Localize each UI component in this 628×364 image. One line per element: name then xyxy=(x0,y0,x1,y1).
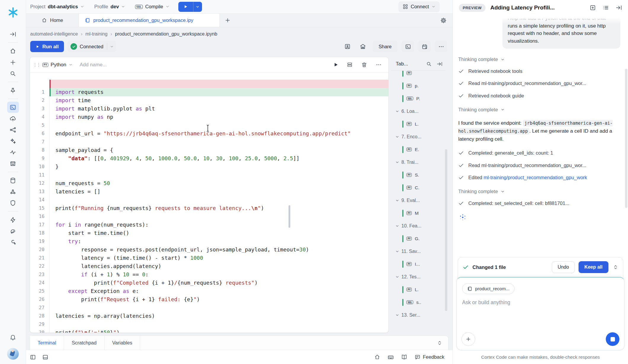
run-cell-icon[interactable] xyxy=(333,62,338,67)
cell-more-icon[interactable] xyxy=(376,62,382,68)
outline-cell[interactable]: SQLP. xyxy=(391,92,447,105)
drag-handle[interactable]: ⋮⋮ xyxy=(33,62,39,68)
outline-cell[interactable]: PYM xyxy=(391,207,447,219)
context-file-chip[interactable]: product_recom... xyxy=(462,283,515,294)
tab-terminal[interactable]: Terminal xyxy=(30,336,64,350)
outline-cell[interactable]: PYL. xyxy=(391,118,447,130)
attach-button[interactable] xyxy=(462,332,475,346)
new-tab-button[interactable] xyxy=(220,14,235,27)
share-button[interactable]: Share xyxy=(373,41,398,52)
search-icon[interactable] xyxy=(426,61,432,67)
data-icon[interactable] xyxy=(7,175,19,186)
outline-section[interactable]: 10. Fea... xyxy=(391,219,447,232)
outline-section[interactable]: 9. Eval... xyxy=(391,194,447,207)
cell-language-selector[interactable]: PY Python xyxy=(42,62,73,68)
terminal-panel-icon[interactable] xyxy=(402,41,414,52)
code-line[interactable]: 15print(f"Running {num_requests} request… xyxy=(30,204,388,212)
keep-all-button[interactable]: Keep all xyxy=(579,261,608,273)
edited-file-link[interactable]: ml-training/product_recommendation_gpu_w… xyxy=(483,175,587,180)
code-line[interactable]: 7 xyxy=(30,138,388,146)
outline-cell[interactable]: PY xyxy=(391,71,447,79)
code-line[interactable]: 9 "data": [[0, 401929, 4, 50, 1000.0, 50… xyxy=(30,154,388,163)
outline-section[interactable]: 7. Enco... xyxy=(391,130,447,143)
code-line[interactable]: 29 xyxy=(30,320,388,328)
marketplace-icon[interactable] xyxy=(7,158,19,169)
run-options-chevron[interactable] xyxy=(193,2,202,12)
code-line[interactable]: 6endpoint_url = "https://jrb4q6aq-sfseno… xyxy=(30,129,388,138)
toggle-bottom-panel-icon[interactable] xyxy=(42,354,49,360)
breadcrumb-file[interactable]: product_recommendation_gpu_workspace.ipy… xyxy=(115,31,217,37)
code-line[interactable]: 12num_requests = 50 xyxy=(30,179,388,187)
search-icon[interactable] xyxy=(7,68,19,79)
cell-name-input[interactable]: Add name... xyxy=(80,62,107,68)
code-line[interactable]: 19 try: xyxy=(30,237,388,246)
code-line[interactable]: 26 print(f"Request {i + 1} failed: {e}") xyxy=(30,295,388,304)
thinking-complete-toggle[interactable]: Thinking complete xyxy=(458,107,621,113)
code-line[interactable]: 10} xyxy=(30,163,388,171)
code-line[interactable]: 2import time xyxy=(30,96,388,105)
keyboard-shortcuts-icon[interactable] xyxy=(387,354,394,360)
warehouse-icon[interactable] xyxy=(357,41,369,52)
user-avatar[interactable] xyxy=(7,348,19,360)
outline-cell[interactable]: PYL. xyxy=(391,283,447,296)
chat-history-list-icon[interactable] xyxy=(603,4,609,11)
code-line[interactable]: 20 response = requests.post(endpoint_url… xyxy=(30,246,388,254)
code-line[interactable]: 18 start = time.time() xyxy=(30,229,388,237)
code-line[interactable]: 13latencies = [] xyxy=(30,187,388,196)
code-line[interactable]: 1import requests xyxy=(30,88,388,96)
code-line[interactable]: 17for i in range(num_requests): xyxy=(30,221,388,229)
pin-icon[interactable] xyxy=(7,85,19,96)
home-status-icon[interactable] xyxy=(374,354,380,360)
stop-generation-button[interactable] xyxy=(606,332,619,346)
thinking-complete-toggle[interactable]: Thinking complete xyxy=(458,57,621,62)
undo-button[interactable]: Undo xyxy=(552,261,574,273)
breadcrumb-folder[interactable]: automated-intelligence xyxy=(30,31,78,37)
code-line[interactable]: 30print(f"\n{'='*50}") xyxy=(30,328,388,333)
expand-panel-icon[interactable] xyxy=(437,336,448,350)
run-play-icon[interactable] xyxy=(178,2,193,12)
outline-section[interactable]: 8. Trai... xyxy=(391,156,447,169)
outline-cell[interactable]: PYC. xyxy=(391,181,447,194)
more-options-icon[interactable] xyxy=(435,41,447,52)
tab-variables[interactable]: Variables xyxy=(105,336,140,350)
code-line[interactable]: 27 xyxy=(30,304,388,312)
deploy-cloud-icon[interactable] xyxy=(7,113,19,124)
code-line[interactable]: 22 latencies.append(latency) xyxy=(30,262,388,270)
thinking-complete-toggle[interactable]: Thinking complete xyxy=(458,189,621,194)
composer-input[interactable]: Ask or build anything xyxy=(462,299,619,306)
connect-button[interactable]: Connect xyxy=(398,1,440,12)
outline-cell[interactable]: PYI... xyxy=(391,258,447,270)
code-line[interactable]: 4import numpy as np xyxy=(30,113,388,121)
editor-scrollbar[interactable] xyxy=(289,205,290,228)
code-line[interactable]: 11 xyxy=(30,171,388,179)
chat-scrollbar[interactable] xyxy=(625,69,627,208)
outline-cell[interactable]: PYG. xyxy=(391,232,447,245)
connected-status[interactable]: Connected xyxy=(68,41,116,52)
run-all-button[interactable]: Run all xyxy=(30,41,64,52)
connection-options-chevron[interactable] xyxy=(107,43,116,50)
outline-section[interactable]: 12. Tes... xyxy=(391,270,447,283)
ai-sparkles-icon[interactable] xyxy=(7,135,19,147)
code-line[interactable]: 28latencies = np.array(latencies) xyxy=(30,312,388,320)
home-icon[interactable] xyxy=(7,45,19,57)
code-editor[interactable]: 1import requests2import time3import matp… xyxy=(30,73,388,333)
docs-book-icon[interactable] xyxy=(401,354,407,360)
settings-gear-icon[interactable] xyxy=(440,14,453,27)
code-line[interactable]: 16 xyxy=(30,212,388,221)
feedback-button[interactable]: Feedback xyxy=(414,354,444,360)
tab-scratchpad[interactable]: Scratchpad xyxy=(64,336,104,350)
collaborators-icon[interactable] xyxy=(342,41,353,52)
outline-section[interactable]: 6. Loa... xyxy=(391,105,447,118)
compile-menu[interactable]: SQL Compile xyxy=(135,4,169,9)
code-line[interactable]: 14 xyxy=(30,196,388,204)
code-line[interactable]: 24 print(f"Completed {i + 1}/{num_reques… xyxy=(30,279,388,287)
expand-changes-icon[interactable] xyxy=(613,264,618,270)
tab-notebook[interactable]: product_recommendation_gpu_workspace.ipy xyxy=(79,14,220,27)
outline-cell[interactable]: PYp. xyxy=(391,79,447,92)
governance-shield-icon[interactable] xyxy=(7,197,19,209)
split-cell-icon[interactable] xyxy=(347,62,353,68)
outline-section[interactable]: 13. Ser... xyxy=(391,309,447,321)
outline-cell[interactable]: SQLs.. xyxy=(391,296,447,309)
breadcrumb-subfolder[interactable]: ml-training xyxy=(85,31,108,37)
outline-section[interactable]: 11. Sav... xyxy=(391,245,447,258)
